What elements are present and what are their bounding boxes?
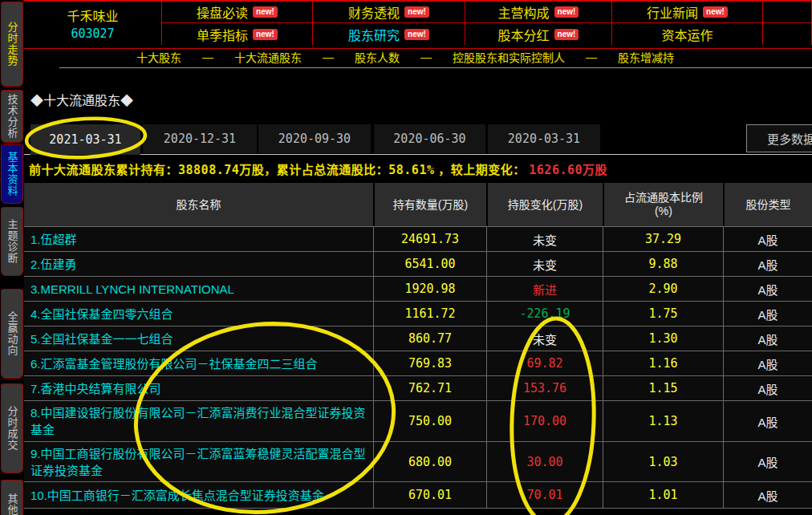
stock-shareholder-page: { "sidebar": { "items": [ {"label": "分时走… bbox=[0, 0, 812, 515]
float-percent: 1.13 bbox=[603, 401, 723, 441]
summary-label: ，较上期变化： bbox=[434, 163, 529, 176]
date-tab-2020-12-31[interactable]: 2020-12-31 bbox=[143, 124, 257, 153]
share-type: A股 bbox=[723, 351, 812, 375]
subnav-separator: — bbox=[586, 51, 597, 63]
holding-quantity: 769.83 bbox=[373, 351, 486, 375]
menu-item-shareholder-research[interactable]: 股东研究 new! bbox=[313, 23, 465, 45]
holding-quantity: 762.71 bbox=[373, 376, 486, 400]
summary-label: ，累计占总流通股比： bbox=[264, 163, 388, 176]
share-type: A股 bbox=[723, 227, 812, 251]
subnav-controlling-shareholder[interactable]: 控股股东和实际控制人 bbox=[453, 49, 565, 65]
col-header-quantity: 持有数量(万股) bbox=[373, 183, 486, 226]
float-percent: 1.03 bbox=[603, 442, 723, 481]
new-badge: new! bbox=[253, 29, 278, 40]
table-row[interactable]: 5.全国社保基金一一七组合 860.77 未变 1.30 A股 bbox=[24, 326, 812, 351]
table-row[interactable]: 4.全国社保基金四零六组合 1161.72 -226.19 1.75 A股 bbox=[24, 301, 812, 326]
float-percent: 37.29 bbox=[603, 227, 723, 251]
table-row[interactable]: 1.伍超群 24691.73 未变 37.29 A股 bbox=[24, 226, 812, 251]
float-percent: 1.16 bbox=[603, 351, 723, 375]
sidebar-item-theme-diagnosis[interactable]: 主题诊断 bbox=[1, 207, 23, 276]
menu-item-dividend[interactable]: 股本分红 new! bbox=[465, 23, 612, 45]
shareholder-name: 8.中国建设银行股份有限公司－汇添富消费行业混合型证券投资基金 bbox=[24, 401, 373, 441]
date-tab-2020-03-31[interactable]: 2020-03-31 bbox=[488, 124, 600, 153]
shareholder-name: 4.全国社保基金四零六组合 bbox=[24, 302, 373, 326]
shareholder-name: 1.伍超群 bbox=[24, 227, 373, 251]
table-row[interactable]: 6.汇添富基金管理股份有限公司－社保基金四二三组合 769.83 69.82 1… bbox=[24, 351, 812, 375]
holding-change: 未变 bbox=[486, 227, 603, 251]
shareholder-name: 3.MERRILL LYNCH INTERNATIONAL bbox=[24, 277, 373, 301]
stock-name: 千禾味业 bbox=[67, 6, 118, 25]
subnav-top10-shareholders[interactable]: 十大股东 bbox=[136, 49, 181, 65]
menu-item-quarter-indicator[interactable]: 单季指标 new! bbox=[162, 23, 313, 45]
sidebar-item-time-trend[interactable]: 分时走势 bbox=[1, 2, 23, 87]
new-badge: new! bbox=[703, 6, 728, 18]
col-header-name: 股东名称 bbox=[24, 183, 373, 226]
col-header-share-type: 股份类型 bbox=[723, 183, 812, 226]
new-badge: new! bbox=[253, 6, 278, 18]
share-type: A股 bbox=[723, 326, 812, 351]
sidebar-item-time-deals[interactable]: 分时成交 bbox=[1, 383, 23, 473]
shareholder-name: 10.中国工商银行－汇添富成长焦点混合型证券投资基金 bbox=[24, 482, 373, 508]
new-badge: new! bbox=[554, 6, 579, 18]
menu-item-capital-operation[interactable]: 资本运作 bbox=[612, 23, 763, 45]
menu-label: 行业新闻 bbox=[647, 2, 698, 22]
holding-quantity: 1161.72 bbox=[373, 302, 486, 326]
table-row[interactable]: 10.中国工商银行－汇添富成长焦点混合型证券投资基金 670.01 70.01 … bbox=[24, 481, 812, 509]
stock-info: 千禾味业 603027 bbox=[24, 2, 162, 45]
holding-change: 新进 bbox=[486, 277, 603, 301]
holding-quantity: 6541.00 bbox=[373, 252, 486, 276]
table-row[interactable]: 8.中国建设银行股份有限公司－汇添富消费行业混合型证券投资基金 750.00 1… bbox=[24, 400, 812, 441]
share-type: A股 bbox=[723, 252, 812, 276]
menu-label: 资本运作 bbox=[661, 25, 713, 44]
sidebar-item-other[interactable]: 其他 bbox=[1, 480, 23, 515]
float-percent: 2.90 bbox=[603, 277, 723, 301]
table-row[interactable]: 2.伍建勇 6541.00 未变 9.88 A股 bbox=[24, 251, 812, 276]
date-tab-2021-03-31[interactable]: 2021-03-31 bbox=[30, 124, 140, 155]
divider-line bbox=[59, 67, 812, 68]
menu-cell-empty-top bbox=[763, 2, 812, 23]
menu-label: 操盘必读 bbox=[197, 2, 248, 22]
float-percent: 1.15 bbox=[603, 376, 723, 400]
menu-label: 单季指标 bbox=[197, 25, 248, 44]
subnav-shareholder-count[interactable]: 股东人数 bbox=[355, 49, 400, 65]
date-tab-2020-09-30[interactable]: 2020-09-30 bbox=[258, 124, 371, 153]
sidebar-item-win-trend[interactable]: 全赢动向 bbox=[1, 289, 23, 379]
shareholder-name: 6.汇添富基金管理股份有限公司－社保基金四二三组合 bbox=[24, 351, 373, 375]
subnav-separator: — bbox=[202, 51, 213, 63]
table-row[interactable]: 7.香港中央结算有限公司 762.71 153.76 1.15 A股 bbox=[24, 375, 812, 400]
date-tab-2020-06-30[interactable]: 2020-06-30 bbox=[374, 124, 485, 153]
sidebar-item-basic-info[interactable]: 基本资料 bbox=[1, 144, 23, 204]
menu-item-must-read[interactable]: 操盘必读 new! bbox=[162, 2, 313, 23]
holding-quantity: 24691.73 bbox=[373, 227, 486, 251]
shareholder-name: 7.香港中央结算有限公司 bbox=[24, 376, 373, 400]
share-type: A股 bbox=[723, 302, 812, 326]
subnav-separator: — bbox=[420, 51, 432, 63]
holding-quantity: 750.00 bbox=[373, 401, 486, 441]
summary-label: 前十大流通股东累计持有： bbox=[29, 163, 178, 176]
holding-change: 未变 bbox=[486, 252, 603, 276]
holding-change: 70.01 bbox=[486, 482, 603, 508]
menu-label: 股东研究 bbox=[348, 25, 400, 44]
subnav-holding-changes[interactable]: 股东增减持 bbox=[618, 49, 674, 65]
table-row[interactable]: 9.中国工商银行股份有限公司－汇添富蓝筹稳健灵活配置混合型证券投资基金 680.… bbox=[24, 441, 812, 481]
float-percent: 9.88 bbox=[603, 252, 723, 276]
menu-item-financial-view[interactable]: 财务透视 new! bbox=[313, 2, 465, 23]
sidebar-item-tech-analysis[interactable]: 技术分析 bbox=[1, 90, 23, 143]
menu-item-industry-news[interactable]: 行业新闻 new! bbox=[612, 2, 763, 23]
menu-label: 主营构成 bbox=[498, 2, 550, 22]
table-header-row: 股东名称 持有数量(万股) 持股变化(万股) 占流通股本比例(%) 股份类型 bbox=[24, 183, 812, 226]
share-type: A股 bbox=[723, 442, 812, 481]
subnav-top10-float-shareholders[interactable]: 十大流通股东 bbox=[234, 49, 302, 65]
section-title: ◆十大流通股东◆ bbox=[30, 90, 133, 109]
shareholder-subnav: 十大股东 — 十大流通股东 — 股东人数 — 控股股东和实际控制人 — 股东增减… bbox=[24, 47, 812, 67]
more-data-button[interactable]: 更多数据 bbox=[746, 124, 812, 152]
holding-quantity: 680.00 bbox=[373, 442, 486, 481]
top-menu-grid: 千禾味业 603027 操盘必读 new! 财务透视 new! 主营构成 new… bbox=[24, 0, 812, 49]
holding-change: 69.82 bbox=[486, 351, 603, 375]
table-row[interactable]: 3.MERRILL LYNCH INTERNATIONAL 1920.98 新进… bbox=[24, 276, 812, 301]
shareholder-table: 股东名称 持有数量(万股) 持股变化(万股) 占流通股本比例(%) 股份类型 1… bbox=[24, 183, 812, 509]
shareholder-name: 9.中国工商银行股份有限公司－汇添富蓝筹稳健灵活配置混合型证券投资基金 bbox=[24, 442, 373, 481]
new-badge: new! bbox=[404, 6, 429, 18]
summary-change-value: 1626.60万股 bbox=[529, 163, 607, 177]
menu-item-main-business[interactable]: 主营构成 new! bbox=[465, 2, 612, 23]
